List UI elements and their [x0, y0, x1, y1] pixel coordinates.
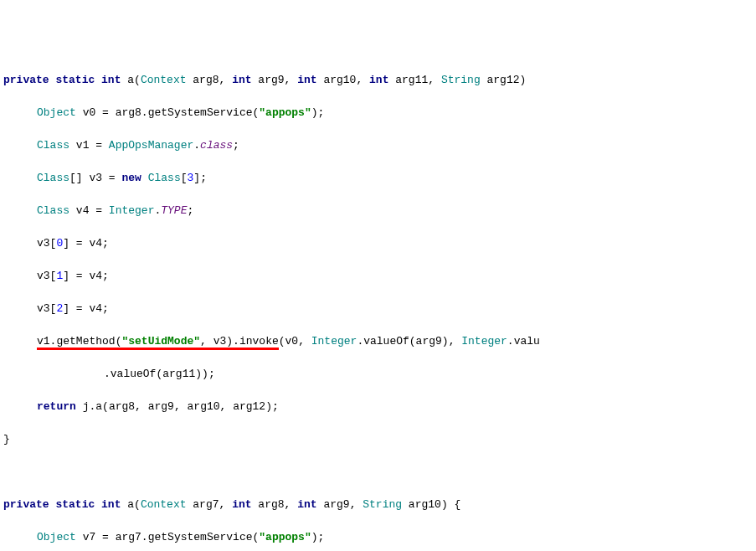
- comma: ,: [356, 74, 369, 86]
- semi: ;: [272, 400, 279, 413]
- lbrack: [: [69, 172, 76, 184]
- space: [76, 400, 83, 413]
- keyword-int: int: [297, 74, 316, 86]
- type-object: Object: [37, 531, 76, 543]
- param-arg12: arg12: [487, 74, 520, 86]
- code-line: }: [3, 431, 753, 448]
- rparen: ): [226, 335, 233, 348]
- rparen: ): [265, 400, 272, 413]
- var-v3: v3: [37, 237, 50, 250]
- semi: ;: [102, 270, 109, 282]
- code-line: v3[1] = v4;: [3, 268, 753, 285]
- code-line: v1.getMethod("setUidMode", v3).invoke(v0…: [3, 333, 753, 350]
- comma: ,: [135, 400, 148, 413]
- rbrack: ]: [76, 172, 83, 184]
- comma: ,: [219, 74, 233, 86]
- lparen: (: [134, 74, 141, 86]
- var-arg7: arg7: [116, 531, 141, 543]
- type-class: Class: [37, 172, 69, 184]
- string-appops: "appops": [259, 106, 311, 119]
- string-appops: "appops": [259, 531, 311, 543]
- space: [69, 204, 76, 217]
- comma: ,: [174, 400, 188, 413]
- highlighted-segment: v1.getMethod("setUidMode", v3).invoke: [37, 335, 279, 350]
- var-v4: v4: [76, 204, 90, 217]
- param-arg9: arg9: [258, 74, 284, 86]
- space: [402, 498, 409, 511]
- var-v3: v3: [213, 335, 227, 348]
- comma: ,: [219, 498, 233, 511]
- rparen: ): [195, 368, 202, 380]
- string-setuidmode: "setUidMode": [121, 335, 200, 348]
- code-line: private static int a(Context arg7, int a…: [3, 497, 753, 513]
- comma: ,: [428, 74, 441, 86]
- var-v1: v1: [76, 139, 90, 152]
- var-v4: v4: [89, 302, 102, 315]
- type-context: Context: [141, 74, 187, 86]
- comma: ,: [220, 400, 234, 413]
- space: [141, 172, 148, 184]
- var-arg11: arg11: [162, 368, 195, 380]
- eq: =: [95, 106, 115, 119]
- comma: ,: [449, 335, 462, 348]
- method-name: a: [127, 74, 134, 86]
- keyword-int: int: [232, 74, 251, 86]
- var-v3: v3: [37, 270, 50, 282]
- semi: ;: [233, 139, 239, 152]
- method-valueof: valueOf: [111, 368, 157, 380]
- type-class: Class: [37, 139, 69, 152]
- type-context: Context: [141, 498, 187, 511]
- type-integer: Integer: [109, 204, 155, 217]
- keyword-int: int: [101, 74, 121, 86]
- type-string: String: [441, 74, 481, 86]
- param-arg10: arg10: [409, 498, 441, 511]
- keyword-int: int: [232, 498, 251, 511]
- eq: =: [89, 139, 108, 152]
- var-arg12: arg12: [233, 400, 265, 413]
- comma: ,: [298, 335, 311, 348]
- var-v4: v4: [89, 237, 102, 250]
- var-v0: v0: [83, 106, 96, 119]
- dot: .: [141, 531, 148, 543]
- space: [76, 531, 83, 543]
- type-appopsmanager: AppOpsManager: [109, 139, 193, 152]
- lparen: (: [134, 498, 141, 511]
- rbrack: ]: [63, 237, 69, 250]
- dot: .: [507, 335, 514, 348]
- keyword-new: new: [121, 172, 141, 184]
- lbrack: [: [181, 172, 188, 184]
- space: [76, 106, 83, 119]
- var-arg8: arg8: [116, 106, 141, 119]
- var-v3: v3: [89, 172, 102, 184]
- eq: =: [102, 172, 121, 184]
- eq: =: [95, 531, 115, 543]
- var-v1: v1: [37, 335, 50, 348]
- code-line: private static int a(Context arg8, int a…: [3, 72, 753, 89]
- semi: ;: [102, 302, 109, 315]
- param-arg10: arg10: [323, 74, 356, 86]
- rparen: ): [202, 368, 208, 380]
- code-line: Class v4 = Integer.TYPE;: [3, 203, 753, 219]
- class-ref: class: [200, 139, 233, 152]
- method-valueof: valueOf: [363, 335, 409, 348]
- rbrace: }: [3, 433, 10, 445]
- param-arg8: arg8: [193, 74, 219, 86]
- semi: ;: [102, 237, 109, 250]
- keyword-return: return: [37, 400, 76, 413]
- param-arg8: arg8: [258, 498, 284, 511]
- semi: ;: [318, 531, 325, 543]
- code-line: .valueOf(arg11));: [3, 366, 753, 383]
- code-line: Object v7 = arg7.getSystemService("appop…: [3, 529, 753, 546]
- method-getSystemService: getSystemService: [148, 531, 253, 543]
- type-class: Class: [37, 204, 69, 217]
- rbrack: ]: [193, 172, 200, 184]
- comma: ,: [285, 74, 298, 86]
- comma: ,: [285, 498, 298, 511]
- type-string: String: [363, 498, 402, 511]
- space: [69, 139, 76, 152]
- method-name: a: [127, 498, 134, 511]
- var-arg8: arg8: [109, 400, 135, 413]
- semi: ;: [208, 368, 215, 380]
- var-arg9: arg9: [416, 335, 442, 348]
- space: [95, 498, 101, 511]
